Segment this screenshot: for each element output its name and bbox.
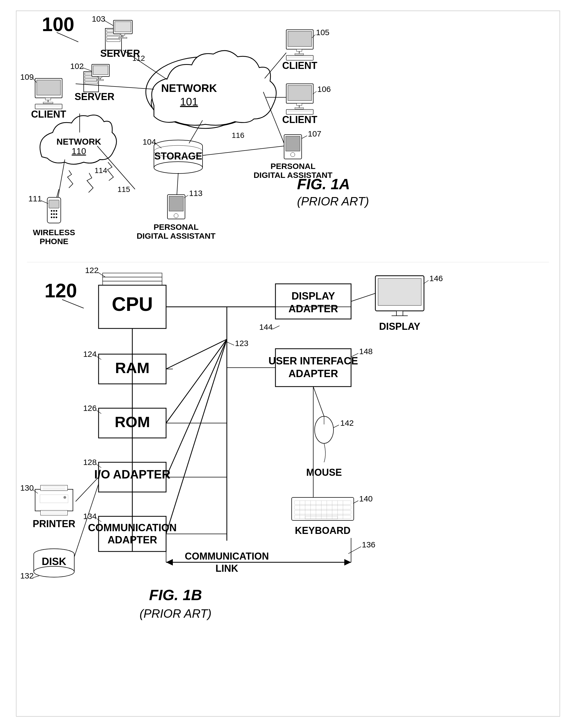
svg-rect-218 (40, 510, 67, 515)
svg-rect-39 (37, 80, 60, 95)
svg-text:142: 142 (340, 419, 354, 427)
io-adapter-block: I/O ADAPTER 128 (83, 458, 170, 492)
server-102: SERVER 102 (70, 62, 115, 102)
svg-line-157 (166, 339, 227, 534)
svg-text:SERVER: SERVER (75, 91, 114, 102)
client-105: CLIENT 105 (282, 28, 329, 71)
svg-text:130: 130 (20, 483, 34, 492)
svg-rect-43 (35, 104, 62, 109)
svg-line-154 (166, 339, 227, 369)
svg-rect-19 (121, 34, 125, 35)
svg-text:107: 107 (308, 129, 321, 138)
svg-rect-188 (292, 497, 354, 520)
svg-point-89 (174, 214, 178, 218)
svg-text:112: 112 (132, 54, 145, 62)
wireless-phone-111: WIRELESS PHONE 111 (28, 189, 75, 246)
svg-text:100: 100 (42, 14, 74, 35)
display-device: DISPLAY 146 (375, 274, 443, 332)
svg-line-116 (203, 146, 284, 156)
svg-point-102 (51, 217, 52, 218)
svg-text:ADAPTER: ADAPTER (288, 368, 338, 379)
svg-rect-51 (296, 49, 302, 51)
svg-text:LINK: LINK (215, 563, 238, 574)
storage-104: STORAGE 104 (143, 137, 203, 173)
svg-text:NETWORK: NETWORK (56, 137, 101, 146)
client-109: CLIENT 109 (20, 73, 66, 120)
svg-rect-64 (295, 108, 304, 109)
svg-text:126: 126 (83, 404, 97, 412)
svg-rect-32 (98, 77, 102, 78)
svg-line-155 (166, 339, 227, 423)
svg-text:111: 111 (28, 194, 42, 203)
svg-text:134: 134 (83, 512, 97, 521)
svg-text:105: 105 (316, 28, 329, 37)
svg-text:140: 140 (359, 494, 373, 503)
svg-text:MOUSE: MOUSE (306, 467, 342, 478)
svg-point-97 (53, 210, 55, 212)
svg-text:ADAPTER: ADAPTER (288, 303, 338, 315)
svg-line-156 (166, 339, 227, 477)
svg-text:148: 148 (359, 347, 373, 356)
svg-text:103: 103 (92, 14, 105, 23)
svg-rect-21 (119, 37, 127, 38)
svg-text:106: 106 (317, 85, 331, 93)
svg-text:CLIENT: CLIENT (282, 60, 317, 71)
svg-text:115: 115 (117, 185, 130, 193)
svg-line-239 (76, 477, 98, 502)
svg-rect-31 (93, 66, 108, 75)
svg-point-98 (56, 210, 57, 212)
svg-text:109: 109 (20, 73, 34, 81)
svg-rect-81 (286, 136, 300, 151)
page: 100 NETWORK 101 NETWORK 110 (0, 0, 576, 728)
svg-text:146: 146 (429, 274, 443, 283)
svg-marker-208 (344, 559, 351, 566)
svg-point-82 (291, 153, 295, 157)
svg-marker-207 (166, 559, 173, 566)
svg-point-96 (51, 210, 52, 212)
svg-text:PERSONAL: PERSONAL (154, 222, 199, 232)
network-cloud-101: NETWORK 101 (146, 51, 276, 128)
svg-line-152 (227, 342, 234, 345)
svg-point-104 (56, 217, 57, 218)
svg-text:DIGITAL ASSISTANT: DIGITAL ASSISTANT (137, 232, 215, 240)
svg-point-230 (34, 566, 74, 577)
svg-rect-95 (49, 200, 59, 208)
svg-text:PERSONAL: PERSONAL (270, 162, 316, 170)
network-number: 101 (180, 96, 198, 108)
svg-text:102: 102 (70, 62, 84, 71)
svg-rect-128 (103, 277, 162, 281)
svg-rect-18 (115, 22, 131, 32)
printer-device: PRINTER 130 (20, 483, 75, 529)
svg-text:USER INTERFACE: USER INTERFACE (268, 355, 358, 367)
svg-line-24 (104, 20, 113, 26)
svg-line-170 (272, 326, 280, 329)
svg-text:122: 122 (85, 266, 98, 275)
cpu-label: CPU (112, 293, 153, 315)
svg-rect-129 (103, 281, 162, 285)
ram-block: RAM 124 (83, 350, 166, 384)
svg-text:116: 116 (232, 131, 244, 139)
svg-point-101 (56, 213, 57, 215)
svg-text:COMMUNICATION: COMMUNICATION (185, 551, 269, 562)
svg-line-237 (313, 386, 324, 416)
svg-rect-40 (46, 98, 51, 100)
svg-rect-65 (286, 109, 313, 114)
svg-point-100 (53, 213, 55, 215)
svg-text:WIRELESS: WIRELESS (33, 228, 75, 237)
svg-line-119 (58, 160, 65, 197)
svg-text:PRINTER: PRINTER (33, 518, 75, 529)
svg-line-235 (351, 293, 375, 301)
svg-line-233 (33, 576, 39, 578)
svg-line-212 (348, 547, 361, 554)
comm-adapter-block: COMMUNICATION ADAPTER 134 (83, 512, 177, 551)
svg-rect-213 (35, 489, 73, 511)
svg-text:110: 110 (71, 146, 86, 156)
svg-text:123: 123 (235, 339, 249, 348)
cpu-block: CPU 122 (85, 266, 166, 328)
svg-rect-177 (378, 278, 421, 305)
svg-text:STORAGE: STORAGE (154, 151, 202, 162)
svg-point-103 (53, 217, 55, 218)
pda-113: PERSONAL DIGITAL ASSISTANT 113 (137, 189, 215, 240)
svg-line-117 (177, 173, 178, 195)
svg-rect-127 (103, 273, 162, 277)
